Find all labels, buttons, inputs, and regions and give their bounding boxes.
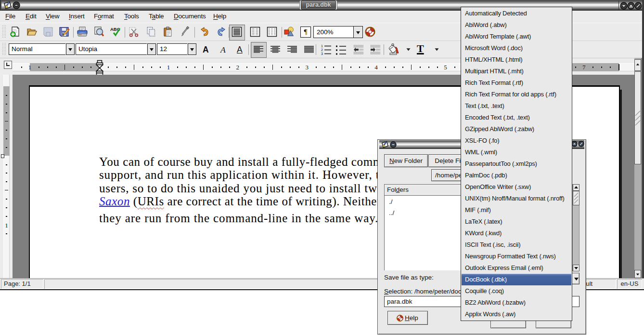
svg-text:1: 1 (321, 44, 323, 48)
svg-text:2: 2 (321, 48, 323, 52)
svg-text:3: 3 (321, 52, 323, 55)
